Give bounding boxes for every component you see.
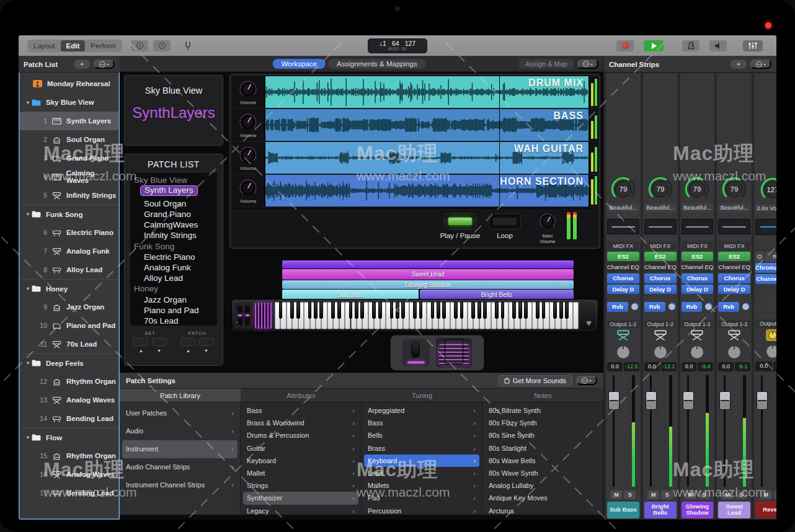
tab-workspace[interactable]: Workspace [273, 59, 326, 69]
library-item-synthesizer[interactable]: Synthesizer› [243, 492, 358, 504]
strip-name-plate[interactable]: Sub Bass [607, 502, 639, 518]
record-button[interactable] [616, 40, 634, 51]
piano-black-key[interactable] [419, 302, 423, 319]
mute-button[interactable]: M [610, 490, 622, 499]
eq-thumbnail[interactable] [607, 219, 639, 234]
strip-name-plate[interactable]: Sweet Lead [718, 502, 750, 518]
pan-knob[interactable] [755, 342, 776, 361]
sidebar-item-infinity-strings[interactable]: 5Infinity Strings [20, 186, 118, 205]
track-volume-knob-horn-section[interactable]: Volume [232, 175, 265, 206]
library-item-instrument-channel-strips[interactable]: Instrument Channel Strips› [122, 476, 238, 494]
piano-black-key[interactable] [565, 302, 569, 319]
output-slot[interactable]: Output 1-2 [644, 320, 677, 329]
send-knob-icon[interactable] [741, 302, 750, 311]
widget-patch-sky-blue-view[interactable]: Sky Blue View [133, 175, 215, 185]
piano-black-key[interactable] [319, 302, 323, 319]
strip-setting-name[interactable]: 2.6s Vocal... [755, 204, 776, 213]
sidebar-item-analog-waves[interactable]: 16Analog Waves [20, 465, 118, 484]
library-item-audio-channel-strips[interactable]: Audio Channel Strips› [122, 458, 238, 476]
piano-black-key[interactable] [454, 302, 458, 319]
sustain-pedal[interactable] [402, 339, 430, 366]
library-item-drums-percussion[interactable]: Drums & Percussion› [243, 429, 358, 441]
sidebar-item-70s-lead[interactable]: 1170s Lead [20, 335, 118, 353]
pan-knob[interactable] [682, 342, 714, 362]
library-item-guitar[interactable]: Guitar› [243, 442, 358, 454]
sidebar-item-alloy-lead[interactable]: 8Alloy Lead [20, 260, 118, 279]
eq-thumbnail[interactable] [718, 219, 750, 234]
help-button[interactable]: ? [153, 40, 171, 51]
piano-black-key[interactable] [290, 302, 294, 319]
library-tab-patch-library[interactable]: Patch Library [120, 389, 241, 402]
strip-setting-name[interactable]: Beautiful... [607, 203, 639, 212]
mute-button[interactable]: M [647, 490, 659, 499]
send-knob-icon[interactable] [630, 302, 639, 311]
strip-level-knob[interactable]: 127 [755, 176, 776, 204]
set-down-button[interactable] [133, 338, 148, 346]
metronome-button[interactable] [682, 40, 700, 51]
strip-name-plate[interactable]: Bright Bells [644, 502, 677, 518]
piano-black-key[interactable] [501, 302, 505, 319]
mod-wheel[interactable] [245, 306, 250, 326]
expression-pedal[interactable] [436, 338, 472, 368]
audio-fx-slot-channel-eq[interactable]: Channel EQ [755, 274, 776, 284]
piano-black-key[interactable] [314, 302, 318, 319]
sidebar-item-analog-waves[interactable]: 13Analog Waves [20, 391, 118, 409]
widget-patch-70s-lead[interactable]: 70s Lead [133, 316, 215, 326]
main-volume-knob[interactable]: Main Volume [537, 212, 558, 244]
piano-black-key[interactable] [512, 302, 516, 319]
audio-fx-slot-delay-d[interactable]: Delay D [607, 285, 639, 295]
fader-cap[interactable] [683, 391, 694, 410]
piano-black-key[interactable] [401, 302, 405, 319]
input-button-rvb[interactable]: Rvb [765, 252, 776, 262]
library-item-arpeggiated[interactable]: Arpeggiated› [364, 404, 479, 417]
sidebar-item-rhythm-organ[interactable]: 12Rhythm Organ [20, 372, 118, 391]
piano-black-key[interactable] [349, 302, 353, 319]
workspace-action-menu-button[interactable]: •••▾ [577, 60, 598, 69]
tuner-button[interactable] [179, 40, 197, 51]
sidebar-item-jazz-organ[interactable]: 9Jazz Organ [20, 298, 118, 316]
library-item-brass-woodwind[interactable]: Brass & Woodwind› [243, 417, 358, 429]
piano-black-key[interactable] [372, 302, 376, 319]
widget-patch-funk-song[interactable]: Funk Song [133, 241, 215, 252]
channel-strips-action-menu-button[interactable]: •••▾ [750, 60, 771, 69]
library-item-audio[interactable]: Audio› [122, 422, 238, 440]
send-button-rvb[interactable]: Rvb [682, 302, 703, 312]
pan-knob[interactable] [607, 342, 639, 362]
volume-fader[interactable] [718, 373, 750, 489]
strip-setting-name[interactable]: Beautiful... [682, 203, 714, 212]
piano-black-key[interactable] [460, 302, 464, 319]
strip-name-plate[interactable]: Glowing Shadow [682, 502, 714, 518]
library-tab-attributes[interactable]: Attributes [241, 389, 362, 402]
master-mute-button[interactable] [709, 40, 727, 51]
sidebar-item-analog-funk[interactable]: 7Analog Funk [20, 242, 118, 260]
sidebar-item-funk-song[interactable]: ▾Funk Song [20, 205, 118, 223]
sidebar-item-honey[interactable]: ▾Honey [20, 279, 118, 298]
send-knob-icon[interactable] [667, 302, 677, 311]
instrument-slot[interactable]: ES2 [718, 252, 750, 262]
audio-fx-slot-channel-eq[interactable]: Channel EQ [718, 262, 750, 272]
mode-button-edit[interactable]: Edit [61, 40, 86, 51]
library-item-instrument[interactable]: Instrument› [122, 440, 238, 458]
layer-band-sub-bass[interactable]: Sub Bass [282, 290, 419, 299]
patch-list-action-menu-button[interactable]: •••▾ [94, 60, 115, 69]
strip-level-knob[interactable]: 79 [682, 175, 714, 203]
library-item-analog-lullaby[interactable]: Analog Lullaby [485, 479, 600, 492]
send-button-rvb[interactable]: Rvb [607, 302, 628, 312]
midi-fx-slot[interactable]: MIDI FX [607, 242, 639, 250]
add-channel-strip-button[interactable]: + [731, 60, 747, 69]
piano-white-key[interactable] [573, 302, 579, 329]
sidebar-item-sky-blue-view[interactable]: ▾Sky Blue View [20, 93, 118, 112]
library-item-strings[interactable]: Strings› [243, 479, 358, 492]
library-item-bass[interactable]: Bass› [243, 404, 358, 417]
audio-fx-slot-chorus[interactable]: Chorus [644, 273, 677, 283]
piano-black-key[interactable] [518, 302, 522, 319]
output-slot[interactable]: Output 1-2 [755, 319, 776, 328]
audio-fx-slot-delay-d[interactable]: Delay D [718, 285, 750, 295]
library-item-bass[interactable]: Bass› [364, 417, 479, 429]
piano-black-key[interactable] [442, 302, 446, 319]
set-up-button[interactable] [152, 338, 167, 346]
piano-black-key[interactable] [471, 302, 475, 319]
layer-band-glowing-shadow[interactable]: Glowing Shadow [282, 280, 574, 289]
sidebar-item-monday-rehearsal[interactable]: Monday Rehearsal [20, 74, 118, 93]
disclosure-chevron-icon[interactable]: ▾ [25, 435, 31, 440]
